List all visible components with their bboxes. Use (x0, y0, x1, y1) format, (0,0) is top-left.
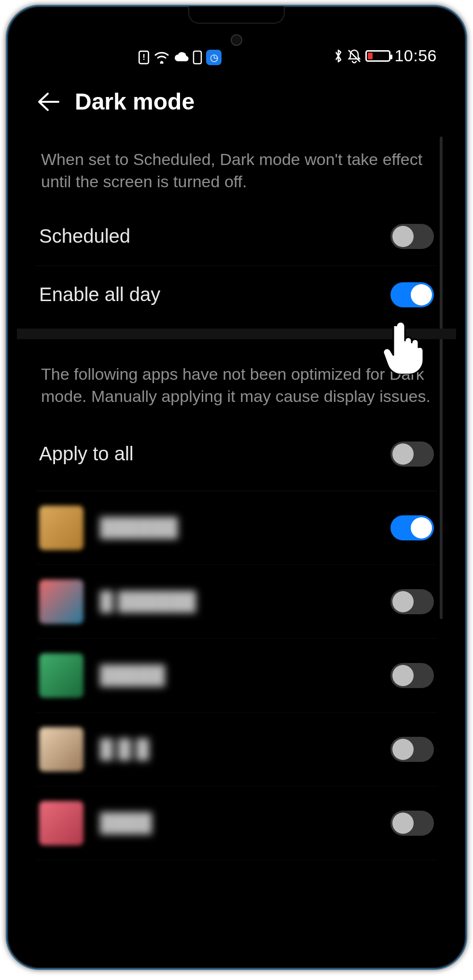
scheduled-description: When set to Scheduled, Dark mode won't t… (36, 124, 437, 207)
app-toggle[interactable] (390, 663, 434, 688)
bluetooth-icon (334, 48, 343, 64)
sim-alert-icon: ! (138, 50, 150, 65)
scheduled-label: Scheduled (39, 225, 130, 247)
app-row[interactable]: ██████ (36, 491, 437, 565)
cloud-icon (173, 52, 189, 63)
app-toggle[interactable] (390, 737, 434, 762)
back-button[interactable] (36, 92, 60, 112)
apply-to-all-toggle[interactable] (390, 442, 434, 467)
app-icon (39, 727, 83, 772)
enable-all-day-toggle[interactable] (390, 282, 434, 307)
app-name: ██████ (100, 517, 374, 538)
page-header: Dark mode (17, 69, 456, 124)
app-name: █████ (100, 665, 374, 686)
svg-rect-2 (194, 51, 201, 64)
notch (188, 6, 285, 24)
app-row[interactable]: █████ (36, 639, 437, 713)
app-icon (39, 653, 83, 698)
apply-to-all-label: Apply to all (39, 443, 134, 465)
front-camera (231, 34, 242, 46)
apps-description: The following apps have not been optimiz… (36, 339, 437, 422)
section-divider (17, 329, 456, 339)
power-button (466, 267, 467, 392)
enable-all-day-label: Enable all day (39, 284, 160, 305)
app-icon (39, 801, 83, 845)
scheduled-row[interactable]: Scheduled (36, 207, 437, 266)
app-badge-icon: ◷ (206, 50, 222, 65)
content: When set to Scheduled, Dark mode won't t… (17, 124, 456, 860)
app-toggle[interactable] (390, 811, 434, 836)
apply-to-all-row[interactable]: Apply to all (36, 422, 437, 491)
phone-frame: ! ◷ (6, 5, 467, 970)
app-icon (39, 580, 83, 624)
battery-icon (365, 50, 390, 62)
app-name: █ █ █ (100, 739, 374, 759)
app-toggle[interactable] (390, 515, 434, 540)
app-name: ████ (100, 813, 374, 833)
page-title: Dark mode (75, 88, 195, 115)
app-row[interactable]: █ ██████ (36, 565, 437, 639)
app-toggle[interactable] (390, 589, 434, 614)
device-icon (193, 50, 202, 65)
wifi-icon (154, 51, 169, 64)
scheduled-toggle[interactable] (390, 224, 434, 249)
volume-button (466, 180, 467, 257)
app-row[interactable]: █ █ █ (36, 713, 437, 787)
apps-list: ███████ ████████████ █ █████ (36, 491, 437, 860)
screen: ! ◷ (17, 16, 456, 959)
enable-all-day-row[interactable]: Enable all day (36, 266, 437, 324)
clock: 10:56 (394, 46, 437, 65)
svg-text:!: ! (142, 52, 145, 62)
dnd-icon (347, 48, 362, 64)
app-row[interactable]: ████ (36, 787, 437, 860)
app-icon (39, 506, 83, 550)
app-name: █ ██████ (100, 591, 374, 612)
